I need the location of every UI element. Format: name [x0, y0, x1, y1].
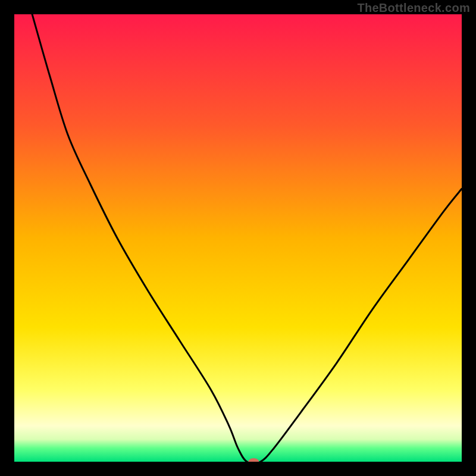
- gradient-background: [14, 14, 462, 462]
- watermark-text: TheBottleneck.com: [357, 1, 470, 15]
- chart-stage: TheBottleneck.com: [0, 0, 476, 476]
- chart-svg: [14, 14, 462, 462]
- plot-area: [14, 14, 462, 462]
